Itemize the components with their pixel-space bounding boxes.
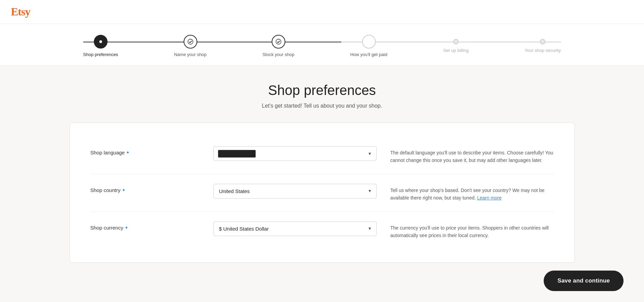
step-label-3: Stock your shop xyxy=(262,52,294,57)
shop-currency-row: Shop currency ✦ $ United States Dollar ▼… xyxy=(90,212,554,249)
shop-currency-label-area: Shop currency ✦ xyxy=(90,221,200,231)
page-title: Shop preferences xyxy=(70,83,575,98)
etsy-logo[interactable]: Etsy xyxy=(11,5,633,18)
shop-language-row: Shop language ✦ English ▼ The default la… xyxy=(90,137,554,174)
step-circle-1 xyxy=(94,35,108,49)
shop-country-label: Shop country ✦ xyxy=(90,184,200,193)
required-star-currency: ✦ xyxy=(125,225,128,230)
learn-more-link[interactable]: Learn more xyxy=(477,195,502,201)
step-shop-security: Your shop security xyxy=(525,39,561,53)
shop-language-label: Shop language ✦ xyxy=(90,146,200,155)
main-content: Shop preferences Let's get started! Tell… xyxy=(49,66,595,290)
shop-language-hint: The default language you'll use to descr… xyxy=(390,146,554,164)
svg-point-1 xyxy=(188,39,193,44)
shop-country-label-area: Shop country ✦ xyxy=(90,184,200,193)
step-how-get-paid[interactable]: How you'll get paid xyxy=(350,35,387,57)
step-circle-3 xyxy=(272,35,285,49)
progress-line-active xyxy=(83,42,341,42)
required-star-language: ✦ xyxy=(126,150,130,155)
shop-currency-input-area: $ United States Dollar ▼ xyxy=(213,221,377,236)
shop-currency-select-wrapper: $ United States Dollar ▼ xyxy=(213,221,377,236)
shop-country-select-wrapper: United States ▼ xyxy=(213,184,377,198)
shop-currency-label: Shop currency ✦ xyxy=(90,221,200,231)
shop-country-input-area: United States ▼ xyxy=(213,184,377,198)
shop-language-label-area: Shop language ✦ xyxy=(90,146,200,155)
shop-currency-select[interactable]: $ United States Dollar xyxy=(213,221,377,236)
step-label-4: How you'll get paid xyxy=(350,52,387,57)
step-circle-5 xyxy=(453,39,459,44)
step-label-6: Your shop security xyxy=(525,48,561,53)
shop-currency-hint: The currency you'll use to price your it… xyxy=(390,221,554,239)
step-label-5: Set up billing xyxy=(443,48,469,53)
form-card: Shop language ✦ English ▼ The default la… xyxy=(70,123,575,263)
shop-country-select[interactable]: United States xyxy=(213,184,377,198)
progress-section: Shop preferences Name your shop Stock yo… xyxy=(0,24,644,66)
page-subtitle: Let's get started! Tell us about you and… xyxy=(70,103,575,109)
svg-point-0 xyxy=(99,40,102,43)
checkmark-icon-2 xyxy=(275,39,282,45)
checkmark-icon xyxy=(187,39,194,45)
step-label-1: Shop preferences xyxy=(83,52,118,57)
shop-language-select-wrapper: English ▼ xyxy=(213,146,377,161)
step-set-up-billing: Set up billing xyxy=(443,39,469,53)
save-continue-button[interactable]: Save and continue xyxy=(544,271,624,291)
step-name-your-shop[interactable]: Name your shop xyxy=(174,35,206,57)
step-stock-your-shop[interactable]: Stock your shop xyxy=(262,35,294,57)
step-shop-preferences[interactable]: Shop preferences xyxy=(83,35,118,57)
shop-country-hint: Tell us where your shop's based. Don't s… xyxy=(390,184,554,202)
required-star-country: ✦ xyxy=(122,188,126,193)
step-label-2: Name your shop xyxy=(174,52,206,57)
step-circle-6 xyxy=(540,39,545,44)
active-dot-icon xyxy=(98,39,103,44)
svg-point-2 xyxy=(276,39,281,44)
shop-country-row: Shop country ✦ United States ▼ Tell us w… xyxy=(90,174,554,212)
shop-language-select[interactable]: English xyxy=(213,146,377,161)
progress-track: Shop preferences Name your shop Stock yo… xyxy=(83,35,561,57)
step-circle-4 xyxy=(362,35,376,49)
step-circle-2 xyxy=(184,35,197,49)
shop-language-input-area: English ▼ xyxy=(213,146,377,161)
